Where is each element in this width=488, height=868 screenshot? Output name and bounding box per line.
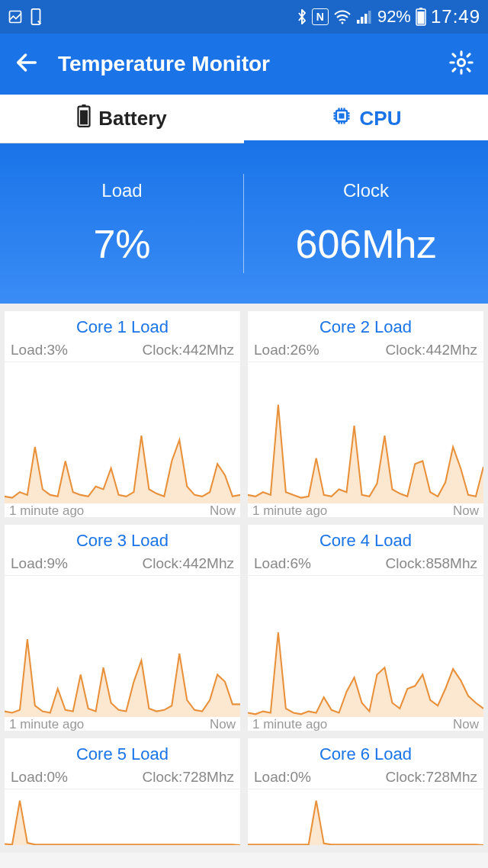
core-chart: [248, 575, 483, 717]
summary-panel: Load 7% Clock 606Mhz: [0, 143, 488, 304]
svg-rect-15: [339, 114, 344, 119]
time-end: Now: [453, 717, 479, 731]
core-load-label: Load:0%: [254, 769, 311, 786]
core-stats: Load:0%Clock:728Mhz: [5, 769, 240, 789]
core-load-label: Load:6%: [254, 555, 311, 572]
core-card-4[interactable]: Core 4 LoadLoad:6%Clock:858Mhz1 minute a…: [248, 525, 483, 731]
core-stats: Load:26%Clock:442Mhz: [248, 342, 483, 362]
core-chart: [248, 362, 483, 503]
battery-tab-icon: [77, 104, 91, 133]
app-bar: Temperature Monitor: [0, 34, 488, 95]
core-title: Core 3 Load: [5, 525, 240, 555]
nfc-icon: N: [312, 8, 329, 25]
summary-load-label: Load: [101, 180, 142, 201]
core-load-label: Load:9%: [11, 555, 68, 572]
tabs: Battery CPU: [0, 95, 488, 143]
status-left: [8, 8, 43, 25]
core-load-label: Load:3%: [11, 342, 68, 358]
core-card-3[interactable]: Core 3 LoadLoad:9%Clock:442Mhz1 minute a…: [5, 525, 240, 731]
core-clock-label: Clock:728Mhz: [386, 769, 477, 786]
bluetooth-icon: [297, 8, 307, 25]
time-end: Now: [453, 503, 479, 517]
core-card-6[interactable]: Core 6 LoadLoad:0%Clock:728Mhz: [248, 738, 483, 845]
time-start: 1 minute ago: [9, 717, 84, 731]
tab-cpu[interactable]: CPU: [244, 95, 488, 143]
core-chart: [5, 362, 240, 503]
time-end: Now: [210, 503, 236, 517]
core-time-axis: 1 minute agoNow: [248, 717, 483, 731]
core-load-label: Load:0%: [11, 769, 68, 786]
core-stats: Load:3%Clock:442Mhz: [5, 342, 240, 362]
core-title: Core 5 Load: [5, 738, 240, 769]
core-clock-label: Clock:442Mhz: [386, 342, 477, 358]
time-end: Now: [210, 717, 236, 731]
core-stats: Load:0%Clock:728Mhz: [248, 769, 483, 789]
core-chart: [5, 575, 240, 717]
time-start: 1 minute ago: [252, 503, 327, 517]
svg-point-2: [341, 22, 343, 24]
core-chart: [5, 789, 240, 845]
wifi-icon: [333, 9, 352, 24]
core-time-axis: 1 minute agoNow: [5, 503, 240, 517]
status-right: N 92% 17:49: [297, 6, 480, 27]
summary-clock: Clock 606Mhz: [244, 143, 488, 304]
battery-percent: 92%: [377, 7, 411, 27]
battery-icon: [416, 8, 426, 26]
core-card-2[interactable]: Core 2 LoadLoad:26%Clock:442Mhz1 minute …: [248, 311, 483, 517]
tab-battery[interactable]: Battery: [0, 95, 244, 143]
svg-rect-3: [357, 20, 360, 24]
back-button[interactable]: [14, 50, 40, 79]
core-stats: Load:6%Clock:858Mhz: [248, 555, 483, 575]
core-time-axis: 1 minute agoNow: [248, 503, 483, 517]
signal-icon: [356, 9, 373, 24]
core-title: Core 6 Load: [248, 738, 483, 769]
core-time-axis: 1 minute agoNow: [5, 717, 240, 731]
core-clock-label: Clock:858Mhz: [386, 555, 477, 572]
core-chart: [248, 789, 483, 845]
clock-time: 17:49: [431, 6, 480, 27]
core-title: Core 4 Load: [248, 525, 483, 555]
svg-rect-13: [80, 111, 88, 125]
svg-rect-5: [364, 14, 368, 24]
core-clock-label: Clock:442Mhz: [143, 555, 234, 572]
core-card-1[interactable]: Core 1 LoadLoad:3%Clock:442Mhz1 minute a…: [5, 311, 240, 517]
core-clock-label: Clock:728Mhz: [143, 769, 234, 786]
core-grid: Core 1 LoadLoad:3%Clock:442Mhz1 minute a…: [0, 304, 488, 853]
device-icon: [29, 8, 43, 25]
time-start: 1 minute ago: [9, 503, 84, 517]
core-stats: Load:9%Clock:442Mhz: [5, 555, 240, 575]
summary-load: Load 7%: [0, 143, 244, 304]
screenshot-icon: [8, 9, 23, 24]
summary-clock-label: Clock: [343, 180, 389, 201]
summary-clock-value: 606Mhz: [296, 221, 437, 267]
tab-cpu-label: CPU: [360, 107, 402, 130]
svg-rect-0: [10, 11, 21, 23]
time-start: 1 minute ago: [252, 717, 327, 731]
summary-load-value: 7%: [93, 221, 150, 267]
page-title: Temperature Monitor: [58, 52, 430, 76]
svg-rect-9: [417, 11, 424, 24]
svg-point-10: [458, 59, 464, 66]
core-title: Core 1 Load: [5, 311, 240, 342]
svg-rect-4: [361, 17, 364, 24]
core-card-5[interactable]: Core 5 LoadLoad:0%Clock:728Mhz: [5, 738, 240, 845]
settings-button[interactable]: [448, 50, 474, 79]
status-bar: N 92% 17:49: [0, 0, 488, 34]
core-title: Core 2 Load: [248, 311, 483, 342]
svg-rect-6: [368, 11, 371, 24]
core-clock-label: Clock:442Mhz: [143, 342, 234, 358]
tab-battery-label: Battery: [98, 107, 167, 130]
core-load-label: Load:26%: [254, 342, 319, 358]
cpu-tab-icon: [331, 105, 352, 132]
